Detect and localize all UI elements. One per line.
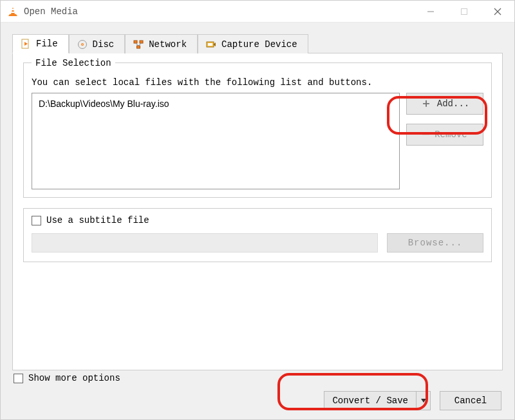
svg-line-17 bbox=[138, 43, 142, 46]
subtitle-checkbox[interactable] bbox=[32, 216, 41, 225]
svg-line-16 bbox=[136, 43, 139, 46]
tab-bar: File Disc Network bbox=[12, 34, 503, 53]
chevron-down-icon bbox=[421, 399, 426, 403]
convert-save-button[interactable]: Convert / Save bbox=[324, 391, 431, 410]
tab-label: Network bbox=[149, 39, 187, 50]
cancel-button[interactable]: Cancel bbox=[440, 391, 501, 410]
maximize-button[interactable] bbox=[447, 1, 481, 22]
vlc-cone-icon bbox=[7, 6, 19, 17]
svg-marker-3 bbox=[8, 14, 17, 16]
close-button[interactable] bbox=[481, 1, 514, 22]
file-list[interactable]: D:\Backup\Videos\My Blu-ray.iso bbox=[32, 93, 400, 189]
svg-rect-15 bbox=[137, 46, 140, 48]
file-selection-group: File Selection You can select local file… bbox=[23, 62, 492, 198]
svg-rect-1 bbox=[12, 9, 14, 10]
open-media-window: Open Media File bbox=[0, 0, 515, 420]
convert-save-label: Convert / Save bbox=[324, 392, 416, 410]
svg-marker-21 bbox=[421, 399, 426, 403]
tab-file[interactable]: File bbox=[12, 34, 69, 53]
file-selection-legend: File Selection bbox=[32, 58, 115, 68]
file-tab-icon bbox=[21, 39, 31, 49]
browse-button: Browse... bbox=[387, 233, 483, 253]
browse-label: Browse... bbox=[408, 238, 463, 248]
add-button[interactable]: ＋ Add... bbox=[406, 93, 483, 115]
svg-rect-2 bbox=[12, 12, 15, 13]
file-list-item[interactable]: D:\Backup\Videos\My Blu-ray.iso bbox=[39, 99, 393, 109]
tab-label: Capture Device bbox=[221, 39, 297, 50]
more-options-label: Show more options bbox=[28, 373, 120, 383]
minimize-button[interactable] bbox=[414, 1, 447, 22]
tab-label: File bbox=[36, 39, 58, 49]
minus-icon: ━ bbox=[422, 129, 429, 140]
remove-button-label: Remove bbox=[435, 129, 467, 140]
svg-rect-13 bbox=[134, 41, 137, 43]
tab-network[interactable]: Network bbox=[125, 34, 198, 53]
tab-label: Disc bbox=[93, 39, 115, 50]
window-title: Open Media bbox=[24, 6, 414, 17]
more-options-checkbox[interactable] bbox=[14, 374, 23, 383]
tab-panel: File Selection You can select local file… bbox=[12, 53, 503, 370]
subtitle-label: Use a subtitle file bbox=[46, 215, 149, 225]
svg-rect-19 bbox=[208, 43, 212, 46]
network-tab-icon bbox=[133, 39, 144, 50]
svg-rect-5 bbox=[462, 8, 467, 14]
remove-button[interactable]: ━ Remove bbox=[406, 124, 483, 146]
cancel-label: Cancel bbox=[454, 396, 487, 406]
add-button-label: Add... bbox=[437, 99, 469, 109]
titlebar: Open Media bbox=[1, 1, 514, 23]
capture-tab-icon bbox=[206, 39, 216, 50]
tab-disc[interactable]: Disc bbox=[69, 34, 126, 53]
plus-icon: ＋ bbox=[420, 98, 432, 110]
subtitle-path-input bbox=[32, 233, 378, 253]
file-selection-instruction: You can select local files with the foll… bbox=[32, 77, 483, 88]
tab-capture[interactable]: Capture Device bbox=[198, 34, 308, 53]
svg-point-12 bbox=[82, 44, 83, 45]
dropdown-arrow[interactable] bbox=[416, 392, 430, 410]
svg-rect-14 bbox=[140, 41, 143, 43]
disc-tab-icon bbox=[77, 39, 88, 50]
subtitle-group: Use a subtitle file Browse... bbox=[23, 208, 492, 262]
svg-marker-0 bbox=[11, 7, 15, 14]
